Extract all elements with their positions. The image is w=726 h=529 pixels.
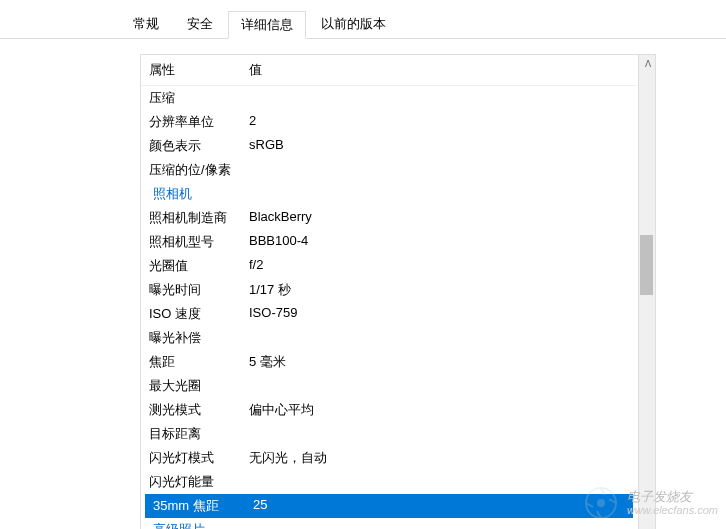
value [249,161,629,179]
row-flash-mode[interactable]: 闪光灯模式 无闪光，自动 [141,446,637,470]
label: 压缩 [149,89,249,107]
tabs-bar: 常规 安全 详细信息 以前的版本 [0,0,726,39]
label: 目标距离 [149,425,249,443]
label: 闪光灯模式 [149,449,249,467]
value: 偏中心平均 [249,401,629,419]
row-compression[interactable]: 压缩 [141,86,637,110]
label: 35mm 焦距 [153,497,253,515]
header-value: 值 [249,61,629,79]
section-advanced: 高级照片 [141,518,637,529]
value: sRGB [249,137,629,155]
tab-security[interactable]: 安全 [174,10,226,38]
value: 1/17 秒 [249,281,629,299]
label: 照相机型号 [149,233,249,251]
row-fstop[interactable]: 光圈值 f/2 [141,254,637,278]
watermark-url: www.elecfans.com [627,504,718,516]
tab-previous[interactable]: 以前的版本 [308,10,399,38]
label: 闪光灯能量 [149,473,249,491]
label: 压缩的位/像素 [149,161,249,179]
value: BlackBerry [249,209,629,227]
row-exposure-time[interactable]: 曝光时间 1/17 秒 [141,278,637,302]
label: 光圈值 [149,257,249,275]
row-focal-35mm[interactable]: 35mm 焦距 25 [145,494,633,518]
watermark-logo-icon [581,483,621,523]
label: ISO 速度 [149,305,249,323]
details-pane: 属性 值 压缩 分辨率单位 2 颜色表示 sRGB 压缩的位/像素 照相机 照相… [140,54,656,529]
row-compressed-bits[interactable]: 压缩的位/像素 [141,158,637,182]
row-focal-length[interactable]: 焦距 5 毫米 [141,350,637,374]
row-resolution-unit[interactable]: 分辨率单位 2 [141,110,637,134]
label: 分辨率单位 [149,113,249,131]
label: 照相机制造商 [149,209,249,227]
tab-general[interactable]: 常规 [120,10,172,38]
label: 测光模式 [149,401,249,419]
value [249,473,629,491]
value [249,89,629,107]
value: 25 [253,497,625,515]
table-header: 属性 值 [141,55,637,86]
row-camera-model[interactable]: 照相机型号 BBB100-4 [141,230,637,254]
scroll-up-arrow[interactable]: ᐱ [639,55,656,72]
row-metering[interactable]: 测光模式 偏中心平均 [141,398,637,422]
row-camera-maker[interactable]: 照相机制造商 BlackBerry [141,206,637,230]
value: BBB100-4 [249,233,629,251]
value: ISO-759 [249,305,629,323]
row-subject-distance[interactable]: 目标距离 [141,422,637,446]
row-iso[interactable]: ISO 速度 ISO-759 [141,302,637,326]
value [249,377,629,395]
label: 曝光补偿 [149,329,249,347]
label: 曝光时间 [149,281,249,299]
value [249,329,629,347]
value: 2 [249,113,629,131]
property-table: 属性 值 压缩 分辨率单位 2 颜色表示 sRGB 压缩的位/像素 照相机 照相… [141,55,637,529]
value [249,425,629,443]
row-max-aperture[interactable]: 最大光圈 [141,374,637,398]
tab-details[interactable]: 详细信息 [228,11,306,39]
scrollbar[interactable]: ᐱ [638,55,655,529]
row-flash-energy[interactable]: 闪光灯能量 [141,470,637,494]
label: 焦距 [149,353,249,371]
row-exposure-bias[interactable]: 曝光补偿 [141,326,637,350]
label: 颜色表示 [149,137,249,155]
value: 无闪光，自动 [249,449,629,467]
scroll-thumb[interactable] [640,235,653,295]
section-camera: 照相机 [141,182,637,206]
value: f/2 [249,257,629,275]
header-property: 属性 [149,61,249,79]
row-color-rep[interactable]: 颜色表示 sRGB [141,134,637,158]
value: 5 毫米 [249,353,629,371]
label: 最大光圈 [149,377,249,395]
watermark-cn: 电子发烧友 [627,490,718,504]
watermark: 电子发烧友 www.elecfans.com [581,483,718,523]
svg-point-1 [597,499,605,507]
